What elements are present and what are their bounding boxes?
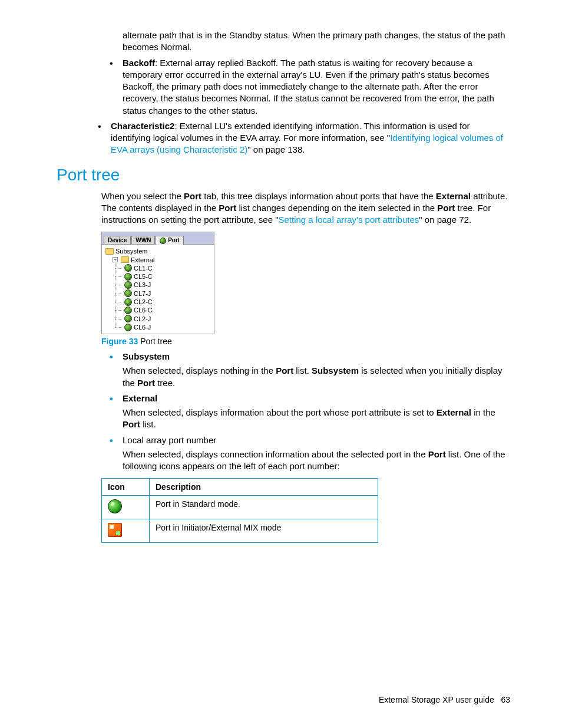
intro-bold-port3: Port xyxy=(437,203,455,213)
cell-icon-mix xyxy=(102,519,150,543)
port-standard-icon xyxy=(124,315,132,322)
tree-port-item[interactable]: CL5-C xyxy=(105,272,211,281)
previous-bullet-continuation: alternate path that is in the Standby st… xyxy=(123,29,510,54)
def-desc: When selected, displays nothing in the P… xyxy=(123,365,510,389)
t: External xyxy=(437,407,471,417)
figure-caption-text: Port tree xyxy=(138,337,172,346)
tree-port-label: CL2-J xyxy=(134,315,151,323)
port-standard-icon xyxy=(124,289,132,297)
cell-desc: Port in Standard mode. xyxy=(150,496,378,519)
figure-33: Device WWN Port Subsystem −External CL1-… xyxy=(101,232,510,346)
port-mix-icon xyxy=(108,523,122,537)
tree-port-label: CL5-C xyxy=(134,272,153,281)
tab-device[interactable]: Device xyxy=(104,236,131,244)
tree-port-label: CL7-J xyxy=(134,289,151,298)
intro-bold-port1: Port xyxy=(184,191,201,201)
intro-text: tab, this tree displays information abou… xyxy=(201,191,436,201)
port-standard-icon xyxy=(124,307,132,314)
text-backoff: : External array replied Backoff. The pa… xyxy=(123,58,494,116)
t: Subsystem xyxy=(312,365,359,375)
intro-bold-external: External xyxy=(436,191,471,201)
port-standard-icon xyxy=(124,324,132,331)
tab-wwn[interactable]: WWN xyxy=(131,236,155,244)
port-standard-icon xyxy=(124,298,132,306)
port-standard-icon xyxy=(108,499,122,513)
figure-caption: Figure 33 Port tree xyxy=(101,337,510,346)
tree-external[interactable]: −External xyxy=(105,256,211,264)
intro-text: list changes depending on the item selec… xyxy=(236,203,437,213)
t: When selected, displays connection infor… xyxy=(123,449,428,459)
table-header-row: Icon Description xyxy=(102,479,378,496)
link-setting-port-attributes[interactable]: Setting a local array's port attributes xyxy=(279,215,419,225)
def-local-port: Local array port number When selected, d… xyxy=(101,434,510,473)
t: Port xyxy=(428,449,446,459)
intro-text: When you select the xyxy=(101,191,184,201)
intro-text: " on page 72. xyxy=(419,215,471,225)
def-external: External When selected, displays informa… xyxy=(101,393,510,431)
char2-wrap: Characteristic2: External LU's extended … xyxy=(111,121,503,155)
tab-port-label: Port xyxy=(168,237,180,243)
tree-port-label: CL2-C xyxy=(134,298,153,306)
table-row: Port in Standard mode. xyxy=(102,496,378,519)
figure-image: Device WWN Port Subsystem −External CL1-… xyxy=(101,232,214,334)
bullet-characteristic2: .char2-li::before{ left:-6px !important;… xyxy=(101,120,510,156)
tree-port-item[interactable]: CL2-J xyxy=(105,315,211,323)
tree-subsystem[interactable]: Subsystem xyxy=(105,247,211,255)
t: Port xyxy=(123,419,140,429)
tree-port-item[interactable]: CL3-J xyxy=(105,281,211,289)
tree-label: Subsystem xyxy=(115,247,147,255)
tree-port-label: CL6-J xyxy=(134,323,151,331)
definition-list: Subsystem When selected, displays nothin… xyxy=(101,351,510,472)
tree-port-item[interactable]: CL6-J xyxy=(105,323,211,331)
figure-tabs: Device WWN Port xyxy=(102,232,214,245)
tree-port-item[interactable]: CL2-C xyxy=(105,298,211,306)
def-term: Subsystem xyxy=(123,351,170,361)
def-desc: When selected, displays information abou… xyxy=(123,407,510,431)
page-footer: External Storage XP user guide 63 xyxy=(379,695,510,704)
term-characteristic2: Characteristic2 xyxy=(111,121,174,131)
def-term: External xyxy=(123,393,157,403)
t: Port xyxy=(276,365,293,375)
intro-bold-port2: Port xyxy=(219,203,236,213)
icon-description-table: Icon Description Port in Standard mode. … xyxy=(101,478,378,543)
port-standard-icon xyxy=(124,281,132,289)
t: list. xyxy=(293,365,312,375)
term-backoff: Backoff xyxy=(123,58,155,68)
port-standard-icon xyxy=(124,273,132,281)
footer-text: External Storage XP user guide xyxy=(379,695,494,704)
t: list. xyxy=(140,419,156,429)
folder-icon xyxy=(105,248,114,255)
tab-port[interactable]: Port xyxy=(156,236,184,245)
def-desc: When selected, displays connection infor… xyxy=(123,449,510,473)
tree-port-label: CL3-J xyxy=(134,281,151,289)
t: Port xyxy=(137,378,155,388)
figure-number: Figure 33 xyxy=(101,337,138,346)
section-title-port-tree: Port tree xyxy=(57,166,510,185)
tree-port-item[interactable]: CL1-C xyxy=(105,264,211,272)
folder-open-icon xyxy=(121,256,129,263)
port-tree-intro: When you select the Port tab, this tree … xyxy=(101,190,510,226)
cell-desc: Port in Initiator/External MIX mode xyxy=(150,519,378,543)
table-row: Port in Initiator/External MIX mode xyxy=(102,519,378,543)
col-icon: Icon xyxy=(102,479,150,496)
def-subsystem: Subsystem When selected, displays nothin… xyxy=(101,351,510,389)
def-term: Local array port number xyxy=(123,435,216,445)
tree-port-label: CL6-C xyxy=(134,306,153,314)
tree-port-label: CL1-C xyxy=(134,264,153,272)
figure-tree: Subsystem −External CL1-CCL5-CCL3-JCL7-J… xyxy=(102,245,214,334)
footer-page-number: 63 xyxy=(501,695,510,704)
t: When selected, displays information abou… xyxy=(123,407,437,417)
char2-after: " on page 138. xyxy=(247,144,305,154)
t: When selected, displays nothing in the xyxy=(123,365,276,375)
tree-label: External xyxy=(131,256,154,264)
t: tree. xyxy=(155,378,175,388)
tree-port-item[interactable]: CL7-J xyxy=(105,289,211,298)
cell-icon-standard xyxy=(102,496,150,519)
tree-port-item[interactable]: CL6-C xyxy=(105,306,211,314)
port-standard-icon xyxy=(124,264,132,272)
port-icon xyxy=(160,238,166,244)
col-description: Description xyxy=(150,479,378,496)
t: in the xyxy=(471,407,495,417)
bullet-backoff: Backoff: External array replied Backoff.… xyxy=(101,57,510,117)
